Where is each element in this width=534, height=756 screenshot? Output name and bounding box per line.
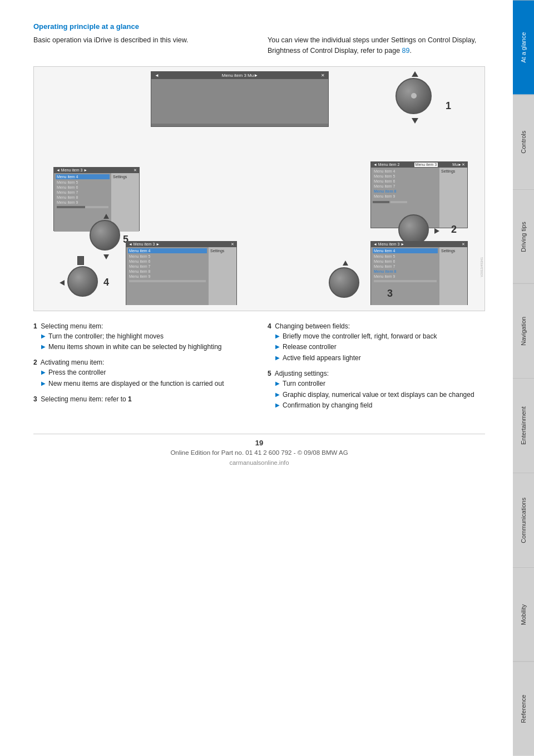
step-5-sub-2: ▶ Graphic display, numerical value or te… (275, 390, 485, 400)
arrow-icon-1b: ▶ (41, 343, 46, 351)
sidebar-tab-navigation[interactable]: Navigation (513, 283, 534, 378)
step-number-3: 3 (33, 395, 37, 403)
intro-row: Basic operation via iDrive is described … (33, 35, 485, 56)
step-label-2: 2 (451, 224, 457, 235)
step-title-5: Adjusting settings: (275, 370, 329, 377)
step-block-1: 1 Selecting menu item: ▶ Turn the contro… (33, 322, 251, 352)
intro-right: You can view the individual steps under … (268, 35, 485, 56)
footer: 19 Online Edition for Part no. 01 41 2 6… (33, 434, 485, 466)
step-5-sub-3: ▶ Confirmation by changing field (275, 401, 485, 410)
arrow-icon-1a: ▶ (41, 332, 46, 340)
step-1-sub-2: ▶ Menu items shown in white can be selec… (41, 342, 251, 352)
page-number: 19 (33, 439, 485, 447)
watermark-text: carmanualsonline.info (33, 459, 485, 466)
diagram-area: ◄Menu item 3 Mu►✕ 1 ◄ Menu item 3 ►✕ Men (33, 66, 485, 311)
step-label-3: 3 (387, 288, 393, 300)
sidebar-tab-driving-tips[interactable]: Driving tips (513, 189, 534, 284)
step-4-sub-2: ▶ Release controller (275, 342, 485, 352)
sidebar-tab-reference[interactable]: Reference (513, 661, 534, 756)
instructions-left: 1 Selecting menu item: ▶ Turn the contro… (33, 322, 251, 418)
screen-bottom-right: ◄ Menu item 3 ►✕ Menu item 4 Menu item 5… (370, 241, 468, 305)
knob-area-1 (395, 78, 434, 117)
instructions: 1 Selecting menu item: ▶ Turn the contro… (33, 322, 485, 418)
step-number-4: 4 (268, 322, 271, 330)
step-4-sub-3: ▶ Active field appears lighter (275, 354, 485, 363)
knob-area-4 (67, 266, 101, 300)
watermark: V2013/45341 (480, 257, 483, 277)
step-block-5: 5 Adjusting settings: ▶ Turn controller … (268, 370, 485, 410)
step-2-sub-2: ▶ New menu items are displayed or the fu… (41, 379, 251, 389)
sidebar-tab-at-a-glance[interactable]: At a glance (513, 0, 534, 95)
sidebar: At a glance Controls Driving tips Naviga… (513, 0, 534, 756)
knob-area-5 (90, 220, 123, 253)
step-label-1: 1 (446, 100, 451, 112)
arrow-icon-5a: ▶ (275, 380, 280, 387)
step-2-sub-1: ▶ Press the controller (41, 368, 251, 377)
main-content: Operating principle at a glance Basic op… (0, 0, 513, 488)
arrow-icon-5b: ▶ (275, 391, 280, 399)
sidebar-tab-communications[interactable]: Communications (513, 473, 534, 567)
step-block-4: 4 Changing between fields: ▶ Briefly mov… (268, 322, 485, 363)
step-label-4: 4 (103, 277, 109, 288)
step-number-2: 2 (33, 359, 37, 366)
arrow-icon-5c: ▶ (275, 401, 280, 409)
step-number-5: 5 (268, 370, 271, 377)
step-5-sub-1: ▶ Turn controller (275, 379, 485, 389)
step-title-4: Changing between fields: (275, 322, 350, 330)
knob-area-3 (329, 267, 362, 301)
page-link[interactable]: 89 (402, 47, 410, 55)
sidebar-tab-entertainment[interactable]: Entertainment (513, 378, 534, 473)
step-number-1: 1 (33, 322, 37, 330)
sidebar-tab-mobility[interactable]: Mobility (513, 567, 534, 662)
step-block-3: 3 Selecting menu item: refer to 1 (33, 395, 251, 403)
section-title: Operating principle at a glance (33, 22, 485, 31)
arrow-icon-2a: ▶ (41, 369, 46, 376)
step-title-1: Selecting menu item: (41, 322, 103, 330)
screen-top-center: ◄Menu item 3 Mu►✕ (151, 71, 329, 127)
arrow-icon-2b: ▶ (41, 380, 46, 387)
arrow-icon-4c: ▶ (275, 354, 280, 362)
step-title-2: Activating menu item: (41, 359, 105, 366)
step-4-sub-1: ▶ Briefly move the controller left, righ… (275, 332, 485, 341)
arrow-icon-4a: ▶ (275, 332, 280, 340)
arrow-icon-4b: ▶ (275, 343, 280, 351)
footer-text: Online Edition for Part no. 01 41 2 600 … (33, 449, 485, 456)
screen-bottom-center: ◄ Menu item 3 ►✕ Menu item 4 Menu item 5… (126, 241, 237, 305)
step-title-3: Selecting menu item: refer to 1 (41, 395, 131, 403)
intro-left: Basic operation via iDrive is described … (33, 35, 251, 56)
sidebar-tab-controls[interactable]: Controls (513, 95, 534, 189)
instructions-right: 4 Changing between fields: ▶ Briefly mov… (268, 322, 485, 418)
step-block-2: 2 Activating menu item: ▶ Press the cont… (33, 359, 251, 389)
step-1-sub-1: ▶ Turn the controller; the highlight mov… (41, 332, 251, 341)
